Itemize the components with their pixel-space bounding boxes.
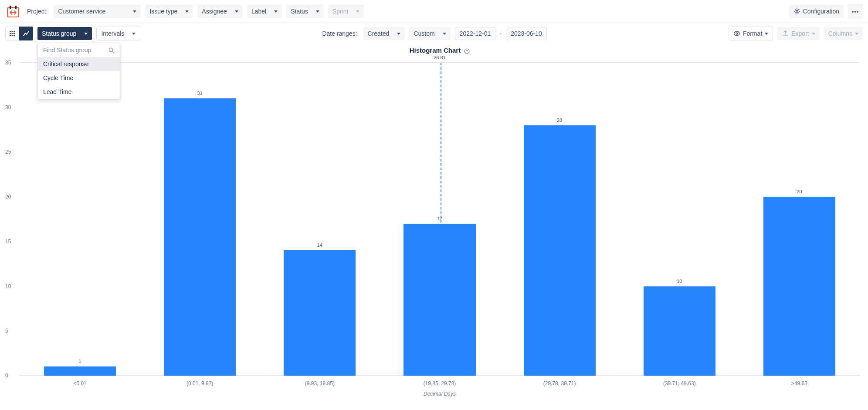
chevron-down-icon (356, 10, 359, 13)
chart-title-text: Histogram Chart (410, 47, 461, 54)
chart-bar-value: 20 (797, 189, 802, 194)
view-toggle (5, 27, 33, 40)
issue-type-dropdown[interactable]: Issue type (145, 5, 193, 18)
chart-view-button[interactable] (19, 27, 33, 40)
configuration-label: Configuration (803, 8, 839, 15)
chart-bar-slot: 10 (620, 63, 739, 376)
svg-rect-1 (10, 6, 11, 9)
chart-bar-slot: 31 (140, 63, 260, 376)
svg-rect-8 (12, 33, 13, 34)
svg-rect-9 (14, 33, 15, 34)
app-logo (5, 3, 21, 19)
filter-group: Project: Customer service Issue type Ass… (27, 5, 789, 18)
status-group-menu-item[interactable]: Critical response (38, 57, 120, 71)
label-dropdown[interactable]: Label (247, 5, 282, 18)
chart-bar[interactable]: 10 (644, 286, 715, 376)
chart-x-tick: (0.01, 9.93) (140, 380, 260, 386)
chart-bar[interactable]: 1 (44, 366, 116, 376)
chart-y-tick: 25 (5, 149, 11, 155)
chart-bar[interactable]: 20 (763, 197, 835, 376)
chart-title: Histogram Chart ? (20, 47, 859, 54)
chart-bar-value: 17 (437, 216, 442, 221)
chevron-down-icon (84, 33, 88, 35)
grid-view-button[interactable] (5, 27, 19, 40)
chart-y-tick: 35 (5, 60, 11, 66)
status-dropdown-value: Status (291, 8, 308, 15)
status-group-menu: Find Status group Critical response Cycl… (37, 43, 120, 99)
chevron-down-icon (235, 10, 238, 13)
chevron-down-icon (132, 33, 136, 35)
configuration-button[interactable]: Configuration (789, 5, 844, 18)
info-icon[interactable]: ? (464, 48, 470, 54)
chart-y-tick: 20 (5, 194, 11, 200)
svg-line-14 (112, 51, 114, 52)
status-group-menu-item[interactable]: Lead Time (38, 85, 120, 99)
status-group-dropdown[interactable]: Status group (37, 27, 92, 40)
histogram-chart: Histogram Chart ? 28.81 0510152025303513… (0, 44, 868, 406)
status-group-search[interactable]: Find Status group (38, 43, 120, 57)
chart-y-tick: 10 (5, 283, 11, 289)
chart-toolbar: Status group Find Status group Critical … (0, 23, 868, 44)
svg-text:?: ? (466, 49, 468, 53)
date-range-separator: - (500, 30, 502, 37)
date-to-input[interactable]: 2023-06-10 (506, 27, 547, 40)
project-label: Project: (27, 8, 47, 15)
chart-mean-line (441, 63, 441, 376)
chart-x-tick: (29.78, 39.71) (500, 380, 620, 386)
status-group-search-placeholder: Find Status group (43, 47, 92, 54)
svg-rect-2 (15, 6, 17, 9)
chart-plot-area: 051015202530351311417281020 (20, 63, 859, 376)
chart-bar-slot: 14 (260, 63, 380, 376)
date-mode-value: Custom (414, 30, 434, 37)
chart-bar-slot: 17 (380, 63, 499, 376)
date-range-group: Date ranges: Created Custom 2022-12-01 -… (322, 27, 546, 40)
date-basis-value: Created (368, 30, 390, 37)
status-group-menu-item[interactable]: Cycle Time (38, 71, 120, 85)
project-dropdown[interactable]: Customer service (54, 5, 141, 18)
chart-bars: 1311417281020 (20, 63, 859, 376)
chart-x-label: Decimal Days (20, 391, 859, 397)
project-dropdown-value: Customer service (58, 8, 105, 15)
svg-rect-6 (14, 31, 15, 32)
chart-bar[interactable]: 14 (284, 250, 356, 376)
svg-rect-5 (12, 31, 13, 32)
issue-type-dropdown-value: Issue type (149, 8, 177, 15)
date-basis-dropdown[interactable]: Created (363, 27, 405, 40)
chart-x-tick: (9.93, 19.85) (260, 380, 380, 386)
chart-y-tick: 5 (5, 328, 8, 334)
chart-bar-value: 14 (317, 242, 322, 248)
chart-bar-slot: 28 (500, 63, 620, 376)
chart-x-tick: <0.01 (20, 380, 140, 386)
format-button[interactable]: Format (729, 27, 773, 40)
columns-label: Columns (828, 30, 852, 37)
intervals-dropdown[interactable]: Intervals (96, 27, 140, 40)
chevron-down-icon (185, 10, 189, 13)
chart-mean-label: 28.81 (20, 55, 859, 60)
chart-gridline (20, 62, 859, 63)
assignee-dropdown[interactable]: Assignee (197, 5, 243, 18)
assignee-dropdown-value: Assignee (202, 8, 227, 15)
chart-x-tick: (39.71, 49.63) (620, 380, 739, 386)
chart-icon (23, 30, 30, 37)
date-from-input[interactable]: 2022-12-01 (455, 27, 496, 40)
gear-icon (793, 8, 800, 15)
top-right-group: Configuration ••• (789, 4, 863, 19)
chart-bar[interactable]: 28 (524, 125, 596, 376)
more-button[interactable]: ••• (848, 4, 863, 19)
export-button: Export (777, 27, 819, 40)
top-filter-bar: Project: Customer service Issue type Ass… (0, 0, 868, 23)
export-label: Export (791, 30, 809, 37)
svg-point-3 (796, 10, 798, 12)
search-icon (108, 47, 115, 54)
format-label: Format (743, 30, 762, 37)
status-dropdown[interactable]: Status (286, 5, 324, 18)
chevron-down-icon (765, 33, 768, 35)
date-mode-dropdown[interactable]: Custom (409, 27, 450, 40)
svg-point-15 (736, 33, 738, 34)
chart-y-tick: 15 (5, 239, 11, 245)
chart-bar[interactable]: 17 (403, 224, 475, 376)
status-group-dropdown-wrap: Status group Find Status group Critical … (37, 27, 92, 40)
chart-bar-value: 1 (79, 359, 81, 364)
chart-bar[interactable]: 31 (164, 98, 236, 376)
chart-bar-value: 10 (677, 279, 682, 284)
